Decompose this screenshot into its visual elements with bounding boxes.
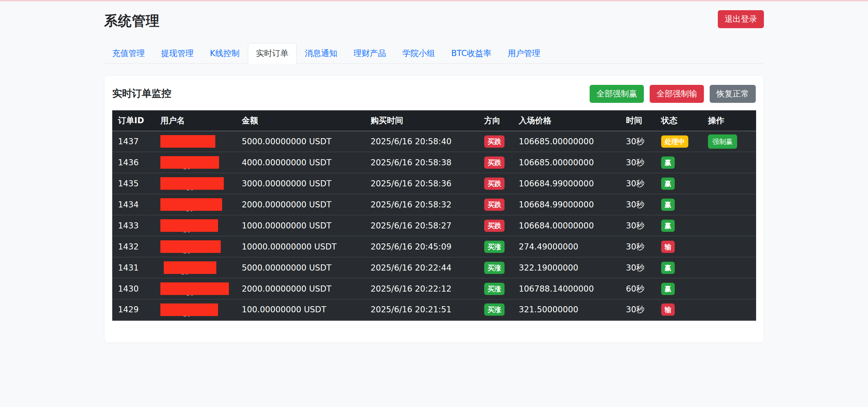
column-header: 操作 — [708, 110, 756, 131]
status-cell: 处理中 — [661, 131, 708, 152]
direction-cell: 买跌 — [484, 215, 519, 236]
action-cell — [708, 299, 756, 320]
username-cell: gy — [160, 257, 242, 278]
action-cell — [708, 173, 756, 194]
tab-K线控制[interactable]: K线控制 — [202, 43, 248, 64]
username-cell: gy — [160, 299, 242, 320]
status-badge: 处理中 — [661, 135, 688, 148]
duration-cell: 60秒 — [626, 278, 661, 299]
direction-cell: 买涨 — [484, 278, 519, 299]
purchase-time-cell: 2025/6/16 20:45:09 — [371, 236, 484, 257]
entry-price-cell: 106684.99000000 — [519, 173, 626, 194]
column-header: 订单ID — [112, 110, 160, 131]
tab-用户管理[interactable]: 用户管理 — [499, 43, 548, 64]
bulk-actions: 全部强制赢全部强制输恢复正常 — [590, 85, 756, 103]
status-cell: 赢 — [661, 173, 708, 194]
username-cell: wukongyimin — [160, 278, 242, 299]
username-redaction-block — [160, 282, 229, 295]
order-row: 1431gy5000.00000000 USDT2025/6/16 20:22:… — [112, 257, 756, 278]
direction-cell: 买涨 — [484, 236, 519, 257]
duration-cell: 30秒 — [626, 236, 661, 257]
order-id-cell: 1437 — [112, 131, 160, 152]
order-row: 1433gy1000.00000000 USDT2025/6/16 20:58:… — [112, 215, 756, 236]
direction-cell: 买跌 — [484, 152, 519, 173]
amount-cell: 2000.00000000 USDT — [242, 278, 371, 299]
order-row: 1435wukongyimin3000.00000000 USDT2025/6/… — [112, 173, 756, 194]
duration-cell: 30秒 — [626, 131, 661, 152]
direction-cell: 买跌 — [484, 131, 519, 152]
entry-price-cell: 321.50000000 — [519, 299, 626, 320]
tab-消息通知[interactable]: 消息通知 — [297, 43, 346, 64]
direction-badge: 买跌 — [484, 199, 505, 211]
duration-cell: 30秒 — [626, 257, 661, 278]
orders-table: 订单ID用户名金额购买时间方向入场价格时间状态操作 14375000.00000… — [112, 110, 756, 321]
purchase-time-cell: 2025/6/16 20:21:51 — [371, 299, 484, 320]
order-row: 14375000.00000000 USDT2025/6/16 20:58:40… — [112, 131, 756, 152]
entry-price-cell: 322.19000000 — [519, 257, 626, 278]
tab-实时订单[interactable]: 实时订单 — [248, 43, 297, 64]
orders-panel: 实时订单监控 全部强制赢全部强制输恢复正常 订单ID用户名金额购买时间方向入场价… — [104, 75, 764, 343]
direction-badge: 买涨 — [484, 303, 505, 316]
tab-学院小组[interactable]: 学院小组 — [394, 43, 443, 64]
entry-price-cell: 106685.00000000 — [519, 131, 626, 152]
order-id-cell: 1436 — [112, 152, 160, 173]
page-container: 系统管理 退出登录 充值管理提现管理K线控制实时订单消息通知理财产品学院小组BT… — [104, 1, 764, 343]
amount-cell: 5000.00000000 USDT — [242, 257, 371, 278]
status-badge: 赢 — [661, 156, 675, 169]
entry-price-cell: 106684.00000000 — [519, 215, 626, 236]
status-cell: 赢 — [661, 278, 708, 299]
tab-理财产品[interactable]: 理财产品 — [346, 43, 394, 64]
order-id-cell: 1432 — [112, 236, 160, 257]
status-badge: 赢 — [661, 262, 675, 274]
order-id-cell: 1431 — [112, 257, 160, 278]
order-id-cell: 1434 — [112, 194, 160, 215]
logout-button[interactable]: 退出登录 — [718, 10, 764, 28]
panel-heading: 实时订单监控 — [112, 87, 171, 100]
direction-cell: 买涨 — [484, 299, 519, 320]
entry-price-cell: 106685.00000000 — [519, 152, 626, 173]
action-cell — [708, 215, 756, 236]
order-row: 1429gy100.00000000 USDT2025/6/16 20:21:5… — [112, 299, 756, 320]
bulk-action-button[interactable]: 恢复正常 — [710, 85, 756, 103]
tab-充值管理[interactable]: 充值管理 — [104, 43, 153, 64]
column-header: 时间 — [626, 110, 661, 131]
tab-BTC收益率[interactable]: BTC收益率 — [443, 43, 499, 64]
purchase-time-cell: 2025/6/16 20:58:38 — [371, 152, 484, 173]
username-redaction-block — [160, 135, 215, 148]
direction-badge: 买涨 — [484, 241, 505, 253]
username-cell: gy — [160, 236, 242, 257]
username-cell: gy — [160, 215, 242, 236]
direction-badge: 买跌 — [484, 156, 505, 169]
direction-badge: 买跌 — [484, 178, 505, 190]
bulk-action-button[interactable]: 全部强制输 — [650, 85, 704, 103]
amount-cell: 2000.00000000 USDT — [242, 194, 371, 215]
purchase-time-cell: 2025/6/16 20:58:27 — [371, 215, 484, 236]
status-badge: 赢 — [661, 283, 675, 295]
order-row: 1430wukongyimin2000.00000000 USDT2025/6/… — [112, 278, 756, 299]
status-cell: 输 — [661, 299, 708, 320]
entry-price-cell: 274.49000000 — [519, 236, 626, 257]
status-badge: 输 — [661, 303, 675, 316]
direction-badge: 买跌 — [484, 220, 505, 232]
username-redaction-block — [160, 156, 219, 169]
entry-price-cell: 106684.99000000 — [519, 194, 626, 215]
status-cell: 输 — [661, 236, 708, 257]
action-cell — [708, 152, 756, 173]
purchase-time-cell: 2025/6/16 20:58:40 — [371, 131, 484, 152]
amount-cell: 3000.00000000 USDT — [242, 173, 371, 194]
username-cell: wukongyimin — [160, 173, 242, 194]
order-id-cell: 1429 — [112, 299, 160, 320]
bulk-action-button[interactable]: 全部强制赢 — [590, 85, 644, 103]
username-cell: gy — [160, 152, 242, 173]
direction-cell: 买跌 — [484, 173, 519, 194]
username-cell: gy — [160, 194, 242, 215]
tab-提现管理[interactable]: 提现管理 — [153, 43, 202, 64]
order-row: 1432gy10000.00000000 USDT2025/6/16 20:45… — [112, 236, 756, 257]
direction-badge: 买跌 — [484, 135, 505, 148]
force-win-button[interactable]: 强制赢 — [708, 134, 737, 149]
username-redaction-block — [160, 177, 224, 190]
table-body: 14375000.00000000 USDT2025/6/16 20:58:40… — [112, 131, 756, 320]
column-header: 状态 — [661, 110, 708, 131]
purchase-time-cell: 2025/6/16 20:22:44 — [371, 257, 484, 278]
action-cell — [708, 278, 756, 299]
